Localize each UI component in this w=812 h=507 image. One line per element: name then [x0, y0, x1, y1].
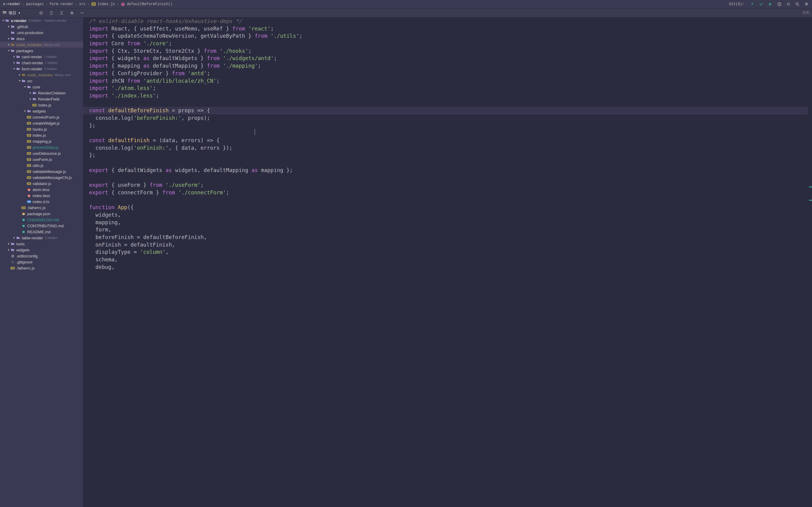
- code-line[interactable]: [89, 129, 806, 137]
- code-line[interactable]: import zhCN from 'antd/lib/locale/zh_CN'…: [89, 77, 806, 85]
- code-line[interactable]: beforeFinish = defaultBeforeFinish,: [89, 234, 806, 241]
- tree-root[interactable]: x-render 4 hidden ~/www/x-render: [0, 17, 83, 23]
- tree-item[interactable]: JS utils.js: [0, 162, 83, 168]
- code-line[interactable]: export { useForm } from './useForm';: [89, 181, 806, 189]
- code-line[interactable]: const defaultFinish = (data, errors) => …: [89, 137, 806, 144]
- tree-item[interactable]: ↓ CONTRIBUTING.md: [0, 223, 83, 229]
- tree-item[interactable]: ↓ CHANGELOG.md: [0, 217, 83, 223]
- tree-item[interactable]: node_modules library root: [0, 72, 83, 78]
- chevron-icon[interactable]: [13, 237, 16, 239]
- project-dropdown[interactable]: 项目 ▾: [2, 10, 20, 16]
- git-commit-icon[interactable]: [759, 2, 764, 7]
- tree-item[interactable]: src: [0, 78, 83, 84]
- undo-icon[interactable]: [786, 2, 791, 7]
- tree-item[interactable]: ↓ README.md: [0, 229, 83, 235]
- code-line[interactable]: mapping,: [89, 219, 806, 226]
- hide-icon[interactable]: [80, 11, 85, 15]
- code-line[interactable]: import { ConfigProvider } from 'antd';: [89, 70, 806, 77]
- tree-item[interactable]: JS index.js: [0, 102, 83, 108]
- chevron-icon[interactable]: [13, 68, 16, 70]
- breadcrumb-item[interactable]: defaultBeforeFinish(): [127, 2, 172, 6]
- tree-item[interactable]: tools: [0, 241, 83, 247]
- tree-item[interactable]: JS validateMessage.js: [0, 168, 83, 174]
- tree-item[interactable]: .github: [0, 23, 83, 30]
- code-line[interactable]: debug,: [89, 264, 806, 271]
- tree-item[interactable]: {} index.less: [0, 192, 83, 199]
- expand-all-icon[interactable]: [49, 11, 54, 15]
- code-line[interactable]: onFinish = defaultFinish,: [89, 241, 806, 249]
- collapse-all-icon[interactable]: [59, 11, 64, 15]
- chevron-icon[interactable]: [7, 38, 10, 40]
- tree-item[interactable]: node_modules library root: [0, 42, 83, 48]
- close-link[interactable]: 关闭: [802, 10, 810, 15]
- chevron-icon[interactable]: [29, 98, 32, 100]
- breadcrumb-item[interactable]: x-render: [3, 2, 20, 6]
- code-line[interactable]: form,: [89, 226, 806, 234]
- chevron-icon[interactable]: [2, 19, 5, 22]
- code-line[interactable]: import React, { useEffect, useMemo, useR…: [89, 25, 806, 33]
- chevron-icon[interactable]: [18, 74, 21, 76]
- tree-item[interactable]: JS validateMessageCN.js: [0, 174, 83, 180]
- code-line[interactable]: import Core from './core';: [89, 40, 806, 47]
- code-line[interactable]: const defaultBeforeFinish = props => {: [83, 107, 812, 114]
- locate-icon[interactable]: [39, 11, 44, 15]
- code-line[interactable]: [89, 159, 806, 167]
- chevron-icon[interactable]: [23, 86, 27, 88]
- code-line[interactable]: };: [89, 122, 806, 129]
- chevron-icon[interactable]: [13, 56, 16, 58]
- chevron-icon[interactable]: [7, 44, 10, 46]
- code-line[interactable]: export { defaultWidgets as widgets, defa…: [89, 167, 806, 174]
- tree-item[interactable]: form-render 1 hidden: [0, 66, 83, 72]
- tree-item[interactable]: JS createWidget.js: [0, 120, 83, 126]
- tree-item[interactable]: widgets: [0, 108, 83, 114]
- tree-item[interactable]: packages: [0, 48, 83, 54]
- tree-item[interactable]: JS .fatherrc.js: [0, 265, 83, 271]
- code-line[interactable]: [89, 196, 806, 204]
- history-icon[interactable]: [777, 2, 782, 7]
- code-line[interactable]: };: [89, 152, 806, 159]
- code-line[interactable]: function App({: [89, 204, 806, 211]
- code-line[interactable]: import { Ctx, StoreCtx, Store2Ctx } from…: [89, 47, 806, 55]
- git-pull-icon[interactable]: [750, 2, 755, 7]
- breadcrumb-item[interactable]: form-render: [50, 2, 73, 6]
- code-line[interactable]: [89, 100, 806, 107]
- git-push-icon[interactable]: [768, 2, 773, 7]
- chevron-icon[interactable]: [18, 80, 21, 82]
- tree-item[interactable]: {} package.json: [0, 211, 83, 217]
- search-icon[interactable]: [795, 2, 800, 7]
- code-editor[interactable]: /* eslint-disable react-hooks/exhaustive…: [83, 17, 812, 507]
- tree-item[interactable]: JS mapping.js: [0, 138, 83, 144]
- file-tree[interactable]: x-render 4 hidden ~/www/x-render .github…: [0, 17, 83, 507]
- code-line[interactable]: console.log('onFinish:', { data, errors …: [89, 144, 806, 152]
- tree-item[interactable]: core: [0, 84, 83, 90]
- tree-item[interactable]: JS .fatherrc.js: [0, 205, 83, 211]
- code-line[interactable]: import { widgets as defaultWidgets } fro…: [89, 55, 806, 62]
- tree-item[interactable]: JS hooks.js: [0, 126, 83, 132]
- chevron-icon[interactable]: [7, 243, 10, 245]
- code-line[interactable]: widgets,: [89, 211, 806, 219]
- settings-icon[interactable]: [804, 2, 809, 7]
- tree-item[interactable]: ⚙ .editorconfig: [0, 253, 83, 259]
- code-line[interactable]: [89, 174, 806, 181]
- code-line[interactable]: console.log('beforeFinish:', props);: [89, 114, 806, 122]
- tree-item[interactable]: JS useDebounce.js: [0, 150, 83, 156]
- code-line[interactable]: schema,: [89, 256, 806, 264]
- tree-item[interactable]: JS index.js: [0, 132, 83, 138]
- tree-item[interactable]: RenderChildren: [0, 90, 83, 96]
- code-line[interactable]: /* eslint-disable react-hooks/exhaustive…: [89, 17, 806, 25]
- chevron-icon[interactable]: [7, 50, 10, 52]
- breadcrumb[interactable]: x-render › packages › form-render › src …: [3, 2, 729, 6]
- tree-item[interactable]: JS processData.js: [0, 144, 83, 150]
- code-line[interactable]: import './index.less';: [89, 92, 806, 100]
- tree-item[interactable]: RenderField: [0, 96, 83, 102]
- code-line[interactable]: import './atom.less';: [89, 84, 806, 92]
- chevron-icon[interactable]: [29, 92, 32, 94]
- tree-item[interactable]: card-render 1 hidden: [0, 54, 83, 60]
- tree-item[interactable]: table-render 1 hidden: [0, 235, 83, 241]
- tree-item[interactable]: chart-render 1 hidden: [0, 60, 83, 66]
- tree-item[interactable]: widgets: [0, 247, 83, 253]
- chevron-icon[interactable]: [7, 249, 10, 251]
- code-line[interactable]: import { updateSchemaToNewVersion, getVa…: [89, 32, 806, 40]
- tree-item[interactable]: .umi-production: [0, 30, 83, 36]
- tree-item[interactable]: docs: [0, 36, 83, 42]
